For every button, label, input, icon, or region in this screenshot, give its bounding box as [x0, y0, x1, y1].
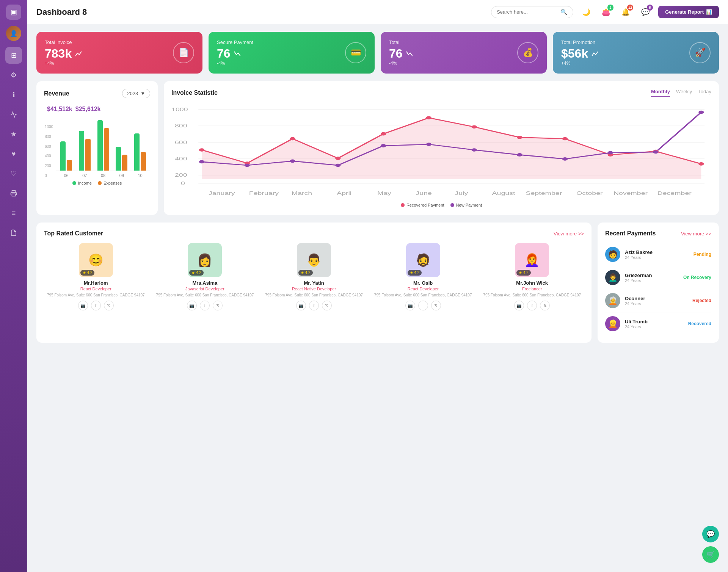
sidebar-item-settings[interactable]: ⚙ [5, 67, 22, 83]
svg-text:February: February [249, 191, 279, 196]
twitter-icon[interactable]: 𝕏 [213, 301, 223, 310]
customer-role: Freelancer [480, 287, 584, 291]
header-actions: 🔍 🌙 👛 2 🔔 12 💬 5 Generate Report 📊 [491, 5, 719, 19]
generate-report-button[interactable]: Generate Report 📊 [658, 6, 719, 18]
social-icons: 📷 f 𝕏 [153, 301, 257, 310]
customer-name: Mr.John Wick [480, 280, 584, 286]
tab-today[interactable]: Today [698, 89, 711, 97]
facebook-icon[interactable]: f [91, 301, 101, 310]
revenue-card: Revenue 2023 ▼ $41,512k$25,612k 1000 800… [36, 81, 158, 215]
new-payment-dot [290, 160, 295, 163]
stat-value-invoice: 783k [45, 47, 82, 61]
legend-income: Income [72, 181, 92, 185]
payments-view-more[interactable]: View more >> [681, 231, 711, 237]
messages-button[interactable]: 💬 5 [639, 5, 652, 19]
svg-rect-0 [12, 194, 16, 196]
svg-text:April: April [337, 191, 351, 196]
bottom-row: Top Rated Customer View more >> 😊 ★ 4.2 … [36, 223, 719, 343]
stat-card-invoice: Total invoice 783k +4% 📄 [36, 32, 202, 74]
svg-text:0: 0 [181, 181, 185, 186]
sidebar-item-menu[interactable]: ≡ [5, 205, 22, 221]
invoice-title: Invoice Statistic [171, 89, 218, 96]
stat-card-left-total: Total 76 -4% [389, 39, 413, 66]
customer-item: 👨 ★ 4.2 Mr. Yatin React Native Developer… [262, 243, 366, 310]
twitter-icon[interactable]: 𝕏 [322, 301, 332, 310]
customer-photo: 👩‍🦰 ★ 4.2 [515, 243, 549, 277]
customer-photo: 👩 ★ 4.2 [188, 243, 222, 277]
chat-fab[interactable]: 💬 [702, 526, 719, 542]
new-payment-dot [426, 143, 431, 146]
sidebar-item-favorites[interactable]: ★ [5, 126, 22, 143]
bar-group [60, 141, 72, 171]
svg-text:1000: 1000 [171, 107, 188, 112]
income-bar [97, 120, 103, 171]
user-avatar[interactable]: 👤 [6, 26, 21, 41]
svg-marker-13 [202, 118, 701, 179]
svg-text:September: September [526, 191, 562, 196]
new-payment-dot [199, 160, 204, 163]
bar-legend: Income Expenses [44, 181, 150, 185]
income-bar [60, 141, 66, 171]
notifications-button[interactable]: 🔔 12 [619, 5, 632, 19]
instagram-icon[interactable]: 📷 [405, 301, 415, 310]
twitter-icon[interactable]: 𝕏 [104, 301, 114, 310]
payment-info: Oconner 24 Years [625, 296, 688, 306]
customer-card-header: Top Rated Customer View more >> [44, 230, 584, 237]
tab-weekly[interactable]: Weekly [676, 89, 692, 97]
twitter-icon[interactable]: 𝕏 [540, 301, 550, 310]
instagram-icon[interactable]: 📷 [187, 301, 197, 310]
customer-role: Javascript Developer [153, 287, 257, 291]
sidebar-item-print[interactable] [5, 185, 22, 202]
wallet-button[interactable]: 👛 2 [599, 5, 613, 19]
sidebar-item-dashboard[interactable]: ⊞ [5, 47, 22, 64]
bar-group [97, 120, 110, 171]
customers-view-more[interactable]: View more >> [554, 231, 584, 237]
facebook-icon[interactable]: f [527, 301, 537, 310]
cart-fab[interactable]: 🛒 [702, 546, 719, 563]
facebook-icon[interactable]: f [200, 301, 210, 310]
payment-avatar: 👱 [605, 316, 620, 331]
line-chart-legend: Recovered Payment New Payment [171, 203, 711, 207]
stat-value-total: 76 [389, 47, 413, 61]
rating-badge: ★ 4.2 [189, 270, 204, 276]
search-input[interactable] [497, 9, 557, 15]
customer-role: React Developer [371, 287, 475, 291]
customer-item: 🧔 ★ 4.2 Mr. Osib React Developer 795 Fol… [371, 243, 475, 310]
sidebar-item-info[interactable]: ℹ [5, 86, 22, 103]
floating-buttons: 💬 🛒 [702, 526, 719, 563]
customer-item: 😊 ★ 4.2 Mr.Hariom React Developer 795 Fo… [44, 243, 148, 310]
payment-item: 🧑‍🦳 Oconner 24 Years Rejected [605, 289, 711, 312]
instagram-icon[interactable]: 📷 [78, 301, 88, 310]
new-payment-dot [517, 153, 522, 157]
generate-report-label: Generate Report [665, 9, 704, 15]
sidebar-item-wishlist[interactable]: ♡ [5, 165, 22, 182]
search-box[interactable]: 🔍 [491, 6, 573, 18]
sidebar-item-list[interactable] [5, 224, 22, 241]
tab-monthly[interactable]: Monthly [651, 89, 670, 97]
svg-text:January: January [209, 191, 235, 196]
customer-item: 👩‍🦰 ★ 4.2 Mr.John Wick Freelancer 795 Fo… [480, 243, 584, 310]
sidebar-item-likes[interactable]: ♥ [5, 146, 22, 162]
instagram-icon[interactable]: 📷 [296, 301, 306, 310]
expenses-bar [122, 155, 127, 171]
new-payment-dot [471, 148, 477, 152]
recovered-dot [199, 148, 204, 152]
revenue-amount: $41,512k$25,612k [44, 103, 150, 113]
facebook-icon[interactable]: f [309, 301, 319, 310]
svg-text:800: 800 [175, 123, 187, 128]
payment-info: Aziz Bakree 24 Years [625, 249, 689, 260]
top-customers-card: Top Rated Customer View more >> 😊 ★ 4.2 … [36, 223, 592, 343]
instagram-icon[interactable]: 📷 [514, 301, 524, 310]
customer-address: 795 Folsom Ave, Suite 600 San Francisco,… [371, 293, 475, 298]
customer-name: Mrs.Asima [153, 280, 257, 286]
facebook-icon[interactable]: f [418, 301, 428, 310]
sidebar-logo[interactable]: ▣ [6, 5, 21, 20]
social-icons: 📷 f 𝕏 [480, 301, 584, 310]
twitter-icon[interactable]: 𝕏 [431, 301, 441, 310]
svg-text:October: October [576, 191, 603, 196]
dark-mode-toggle[interactable]: 🌙 [579, 5, 593, 19]
stat-card-payment: Secure Payment 76 -4% 💳 [209, 32, 375, 74]
sidebar-item-analytics[interactable] [5, 106, 22, 123]
year-selector[interactable]: 2023 ▼ [122, 89, 150, 98]
stat-card-left-payment: Secure Payment 76 -4% [217, 39, 253, 66]
